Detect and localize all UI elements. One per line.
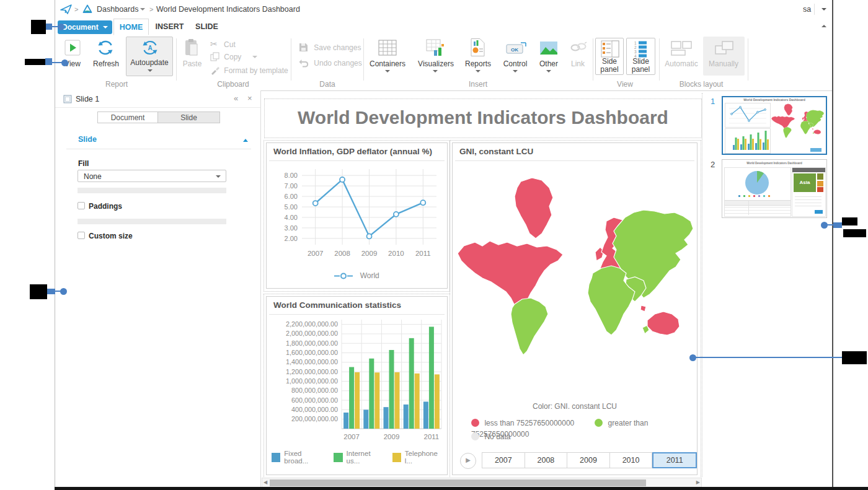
map-region-australia[interactable]: [647, 312, 680, 335]
slide2-mini-title: World Development Indicators Dashboard: [722, 162, 826, 165]
map-panel[interactable]: GNI, constant LCU Color: GNI. cons: [452, 142, 698, 475]
breadcrumb-current: World Development Indicators Dashboard: [156, 5, 300, 14]
tab-slide[interactable]: SLIDE: [190, 19, 223, 35]
redaction-box: [842, 351, 867, 364]
slide1-number: 1: [711, 97, 715, 106]
tab-document-properties[interactable]: Document: [97, 112, 158, 123]
tab-slide-properties[interactable]: Slide: [157, 112, 220, 123]
legend-item[interactable]: Internet us...: [334, 450, 384, 465]
containers-label: Containers: [365, 59, 410, 68]
svg-text:2009: 2009: [384, 433, 400, 440]
autoupdate-button[interactable]: A Autoupdate: [126, 37, 173, 76]
line-legend-world[interactable]: World: [360, 271, 379, 280]
viewer-logo-icon[interactable]: [60, 4, 73, 17]
automatic-button[interactable]: [670, 40, 693, 59]
side-panel-button[interactable]: Side panel: [595, 38, 624, 75]
containers-icon: [378, 48, 397, 59]
close-panel-icon[interactable]: ×: [247, 94, 252, 103]
slide1-thumbnail[interactable]: World Development Indicators Dashboard: [722, 96, 827, 155]
paddings-checkbox[interactable]: [78, 202, 85, 209]
link-button[interactable]: [570, 42, 587, 55]
line-chart-panel[interactable]: World Inflation, GDP deflator (annual %)…: [266, 142, 448, 289]
format-brush-icon: [210, 66, 220, 75]
visualizers-button[interactable]: [425, 38, 445, 59]
map-legend-less[interactable]: less than 75257650000000: [484, 419, 574, 427]
control-button[interactable]: OK: [505, 41, 527, 58]
tab-insert[interactable]: INSERT: [152, 19, 187, 35]
breadcrumb-dashboards-caret[interactable]: [140, 8, 145, 11]
undo-changes-button[interactable]: Undo changes: [299, 58, 362, 68]
paste-label: Paste: [178, 59, 206, 68]
breadcrumb-dashboards[interactable]: Dashboards: [97, 5, 138, 14]
bar-chart-panel[interactable]: World Communication statistics 200,000,0…: [266, 296, 448, 475]
format-by-template-button[interactable]: Format by template: [210, 65, 288, 75]
bar-chart-title: World Communication statistics: [273, 300, 401, 310]
manually-button[interactable]: Manually: [703, 37, 745, 76]
legend-item[interactable]: Fixed broad...: [272, 450, 326, 465]
paste-button[interactable]: [184, 38, 200, 59]
map-title-divider: [455, 160, 694, 161]
slide2-asia-tile: Asia: [794, 173, 816, 192]
containers-button[interactable]: [378, 38, 397, 59]
view-button[interactable]: [64, 40, 81, 58]
undo-icon: [299, 59, 309, 68]
collapse-panel-icon[interactable]: «: [234, 94, 238, 103]
bar-chart-title-divider: [269, 314, 445, 315]
callout-connector: [46, 24, 52, 30]
year-button-2011-selected[interactable]: 2011: [652, 452, 697, 468]
scrollbar-thumb[interactable]: [270, 479, 646, 486]
other-button[interactable]: [539, 41, 558, 58]
map-region-greenland[interactable]: [515, 178, 553, 238]
svg-text:2.00: 2.00: [285, 235, 298, 242]
section-collapse-chevron-icon[interactable]: [243, 139, 248, 142]
properties-panel: Slide 1 « × Document Slide Slide Fill No…: [55, 90, 261, 489]
cut-button[interactable]: ✂ Cut: [210, 39, 236, 49]
refresh-button[interactable]: [96, 38, 115, 59]
year-button-2007[interactable]: 2007: [482, 452, 525, 468]
year-selector: 2007 2008 2009 2010 2011: [482, 452, 697, 468]
svg-text:600,000,000.00: 600,000,000.00: [291, 396, 338, 404]
document-menu-button[interactable]: Document: [58, 20, 112, 34]
tab-home[interactable]: HOME: [113, 19, 149, 35]
user-menu-caret[interactable]: [822, 8, 826, 11]
svg-text:3: 3: [634, 50, 637, 54]
map-region-north-america[interactable]: [458, 241, 563, 312]
save-changes-button[interactable]: Save changes: [299, 43, 361, 52]
year-button-2009[interactable]: 2009: [567, 452, 610, 468]
legend-item[interactable]: Telephone l...: [392, 450, 445, 465]
group-separator: [748, 38, 748, 81]
collapse-ribbon-icon[interactable]: [822, 25, 826, 27]
redaction-box: [30, 284, 47, 299]
dashboard-title-block[interactable]: World Development Indicators Dashboard: [264, 98, 702, 138]
fill-dropdown-caret: [216, 175, 221, 178]
slide-panel-button[interactable]: 1234 Slide panel: [626, 38, 655, 75]
map-legend-nodata[interactable]: No data: [484, 432, 510, 441]
blocks-layout-group-label: Blocks layout: [680, 80, 724, 89]
scroll-right-arrow[interactable]: ▶: [696, 479, 700, 485]
scroll-left-arrow[interactable]: ◀: [264, 479, 267, 485]
year-button-2008[interactable]: 2008: [525, 452, 568, 468]
world-map: [458, 173, 693, 359]
dashboards-icon: [81, 4, 94, 17]
svg-text:2008: 2008: [334, 250, 350, 257]
play-years-button[interactable]: ▶: [460, 453, 476, 469]
custom-size-checkbox[interactable]: [78, 232, 85, 239]
svg-text:6.00: 6.00: [285, 193, 298, 200]
slide1-mini-year-highlight: [810, 148, 822, 152]
user-name[interactable]: sa: [803, 5, 811, 14]
fill-dropdown[interactable]: None: [78, 170, 226, 182]
map-region-japan[interactable]: [640, 305, 646, 312]
slide2-thumbnail[interactable]: World Development Indicators Dashboard: [722, 159, 827, 218]
refresh-label[interactable]: Refresh: [89, 59, 123, 68]
slide-section-header[interactable]: Slide: [78, 135, 97, 144]
map-region-south-america[interactable]: [511, 298, 548, 355]
copy-button[interactable]: Copy: [210, 52, 257, 61]
line-chart-title: World Inflation, GDP deflator (annual %): [273, 147, 432, 156]
year-button-2010[interactable]: 2010: [610, 452, 653, 468]
svg-text:2009: 2009: [361, 250, 378, 257]
map-legend-row2: No data: [471, 431, 510, 442]
autoupdate-caret: [148, 69, 153, 72]
custom-size-label[interactable]: Custom size: [89, 232, 133, 240]
reports-button[interactable]: [470, 38, 486, 59]
paddings-label[interactable]: Paddings: [89, 202, 122, 211]
